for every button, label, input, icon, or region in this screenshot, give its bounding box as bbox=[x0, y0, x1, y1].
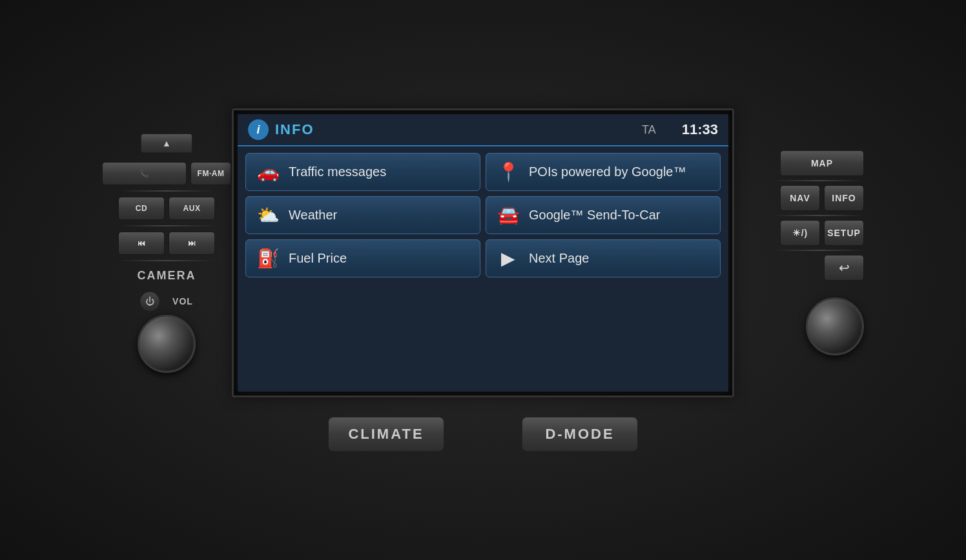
right-divider-2 bbox=[774, 215, 864, 216]
fm-am-button[interactable]: FM·AM bbox=[190, 162, 231, 185]
aux-button[interactable]: AUX bbox=[169, 197, 215, 220]
climate-button[interactable]: CLIMATE bbox=[328, 417, 444, 452]
weather-icon: ⛅ bbox=[256, 205, 280, 226]
top-bar: i INFO TA 11:33 bbox=[238, 114, 728, 146]
info-button[interactable]: INFO bbox=[824, 185, 864, 211]
google-send-icon: 🚘 bbox=[497, 205, 520, 226]
pois-button[interactable]: 📍 POIs powered by Google™ bbox=[486, 153, 721, 191]
pois-label: POIs powered by Google™ bbox=[529, 164, 686, 180]
map-button[interactable]: MAP bbox=[780, 150, 864, 176]
clock: 11:33 bbox=[682, 121, 718, 138]
traffic-button[interactable]: 🚗 Traffic messages bbox=[245, 153, 480, 191]
brightness-setup-row: ☀/) SETUP bbox=[780, 220, 864, 246]
main-row: ▲ 📞 FM·AM CD AUX ⏮ ⏭ CAMERA ⏻ V bbox=[0, 108, 966, 397]
info-icon: i bbox=[248, 119, 269, 140]
setup-button[interactable]: SETUP bbox=[824, 220, 864, 246]
screen-bezel: i INFO TA 11:33 🚗 Traffic messages bbox=[232, 108, 734, 397]
divider-1 bbox=[119, 190, 214, 192]
prev-button[interactable]: ⏮ bbox=[118, 232, 165, 255]
brightness-button[interactable]: ☀/) bbox=[780, 220, 820, 246]
nav-info-row: NAV INFO bbox=[780, 185, 864, 211]
next-page-icon: ▶ bbox=[497, 248, 520, 269]
nav-button[interactable]: NAV bbox=[780, 185, 820, 211]
volume-knob[interactable] bbox=[138, 315, 196, 373]
weather-button[interactable]: ⛅ Weather bbox=[245, 196, 480, 234]
phone-button[interactable]: 📞 bbox=[102, 162, 187, 185]
right-divider-1 bbox=[774, 180, 864, 181]
screen: i INFO TA 11:33 🚗 Traffic messages bbox=[238, 114, 728, 392]
fm-am-row: 📞 FM·AM bbox=[102, 162, 231, 185]
cd-button[interactable]: CD bbox=[118, 197, 165, 220]
eject-button[interactable]: ▲ bbox=[141, 134, 192, 153]
right-panel: MAP NAV INFO ☀/) SETUP ↩ bbox=[735, 150, 864, 355]
pois-icon: 📍 bbox=[497, 161, 520, 183]
traffic-label: Traffic messages bbox=[289, 164, 386, 180]
right-knob[interactable] bbox=[806, 297, 864, 355]
fuel-label: Fuel Price bbox=[289, 250, 347, 266]
cd-aux-row: CD AUX bbox=[102, 197, 231, 220]
fuel-price-button[interactable]: ⛽ Fuel Price bbox=[245, 239, 480, 277]
traffic-icon: 🚗 bbox=[256, 161, 280, 183]
power-button[interactable]: ⏻ bbox=[140, 292, 159, 311]
bottom-row: CLIMATE D-MODE bbox=[328, 417, 638, 452]
camera-label: CAMERA bbox=[138, 269, 196, 283]
weather-label: Weather bbox=[289, 207, 337, 223]
divider-3 bbox=[119, 260, 214, 261]
top-right: TA 11:33 bbox=[642, 121, 718, 138]
back-row: ↩ bbox=[824, 255, 864, 281]
vol-label: VOL bbox=[172, 296, 193, 306]
ta-indicator: TA bbox=[642, 123, 656, 137]
info-title: INFO bbox=[275, 121, 314, 138]
google-send-label: Google™ Send-To-Car bbox=[529, 207, 660, 223]
prev-next-row: ⏮ ⏭ bbox=[102, 232, 231, 255]
next-page-label: Next Page bbox=[529, 250, 589, 266]
dmode-button[interactable]: D-MODE bbox=[522, 417, 638, 452]
back-button[interactable]: ↩ bbox=[824, 255, 864, 281]
next-button[interactable]: ⏭ bbox=[169, 232, 215, 255]
next-page-button[interactable]: ▶ Next Page bbox=[486, 239, 721, 277]
info-section: i INFO bbox=[248, 119, 314, 140]
google-send-button[interactable]: 🚘 Google™ Send-To-Car bbox=[486, 196, 721, 234]
divider-2 bbox=[119, 225, 214, 226]
phone-icon: 📞 bbox=[139, 169, 150, 178]
left-panel: ▲ 📞 FM·AM CD AUX ⏮ ⏭ CAMERA ⏻ V bbox=[102, 134, 231, 373]
menu-grid: 🚗 Traffic messages 📍 POIs powered by Goo… bbox=[238, 146, 728, 284]
fuel-icon: ⛽ bbox=[256, 248, 280, 269]
screen-container: i INFO TA 11:33 🚗 Traffic messages bbox=[231, 108, 735, 397]
vol-row: ⏻ VOL bbox=[140, 292, 193, 311]
right-divider-3 bbox=[774, 250, 864, 251]
car-unit: ▲ 📞 FM·AM CD AUX ⏮ ⏭ CAMERA ⏻ V bbox=[0, 0, 966, 560]
